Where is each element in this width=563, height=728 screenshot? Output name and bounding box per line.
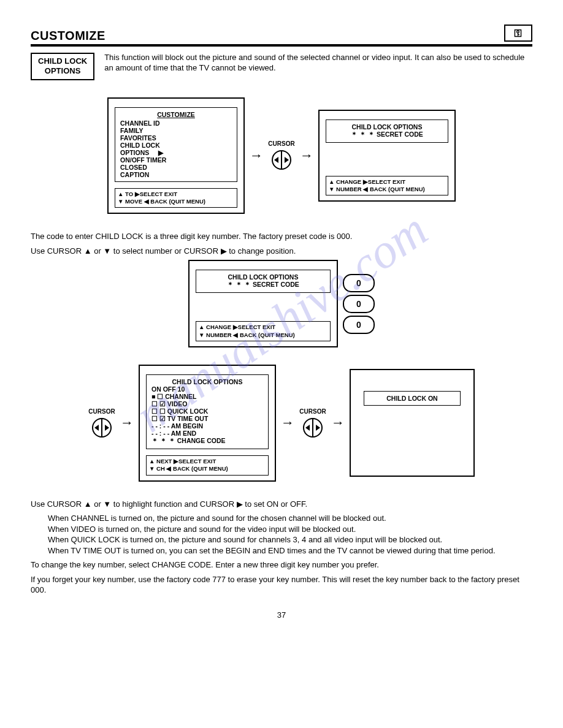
explain-line: When QUICK LOCK is turned on, the pictur… (48, 535, 442, 544)
svg-marker-7 (105, 425, 109, 431)
menu-item-selected: OPTIONS (120, 149, 149, 156)
screen-child-lock-on: CHILD LOCK ON (350, 369, 475, 477)
cursor-icon (268, 150, 295, 170)
footer-l2: ▼ NUMBER ◀ BACK (QUIT MENU) (329, 186, 425, 192)
cursor-button: CURSOR (299, 408, 326, 438)
page-number: 37 (31, 610, 532, 620)
footer-bar: ▲ NEXT ▶SELECT EXIT ▼ CH ◀ BACK (QUIT ME… (146, 455, 269, 476)
intro-text: This function will block out the picture… (104, 53, 532, 74)
screen-options-list: CHILD LOCK OPTIONS ON OFF 10 ■ ☐ CHANNEL… (139, 365, 276, 482)
cursor-icon (88, 417, 115, 438)
menu-item: CLOSED (120, 164, 147, 171)
option-row: ☐ ☐ QUICK LOCK (151, 408, 208, 415)
option-row: - - : - - AM BEGIN (151, 422, 203, 430)
arrow-icon: → (120, 415, 134, 431)
menu-item: ON/OFF TIMER (120, 156, 166, 164)
code-digit: 0 (343, 295, 375, 313)
svg-marker-2 (274, 157, 278, 163)
options-header: ON OFF 10 (151, 385, 185, 393)
box-subtitle: ＊ ＊ ＊ SECRET CODE (227, 281, 299, 288)
lock-on-box: CHILD LOCK ON (364, 391, 461, 406)
svg-marker-6 (94, 425, 99, 431)
cursor-label: CURSOR (299, 408, 326, 415)
para-forget: If you forget your key number, use the f… (31, 574, 532, 596)
option-row: - - : - - AM END (151, 430, 196, 437)
menu-item-selected: CHILD LOCK (120, 142, 160, 149)
options-box: CHILD LOCK OPTIONS ON OFF 10 ■ ☐ CHANNEL… (146, 374, 269, 449)
footer-bar: ▲ CHANGE ▶SELECT EXIT ▼ NUMBER ◀ BACK (Q… (196, 321, 331, 341)
menu-item: FAVORITES (120, 134, 156, 142)
customize-menu: CUSTOMIZE CHANNEL ID FAMILY FAVORITES CH… (115, 107, 237, 182)
cursor-button: CURSOR (88, 408, 115, 438)
code-digits: 0 0 0 (343, 274, 375, 334)
menu-item: CHANNEL ID (120, 119, 160, 127)
menu-item: CAPTION (120, 171, 149, 178)
footer-l1: ▲ CHANGE ▶SELECT EXIT (329, 178, 405, 185)
cursor-button: CURSOR (268, 140, 295, 170)
menu-item: FAMILY (120, 127, 144, 134)
arrow-icon: → (331, 415, 345, 431)
footer-l2: ▼ CH ◀ BACK (QUIT MENU) (149, 465, 228, 472)
box-title: CHILD LOCK ON (386, 395, 437, 402)
footer-bar: ▲ TO ▶SELECT EXIT ▼ MOVE ◀ BACK (QUIT ME… (115, 188, 237, 208)
section-label-l1: CHILD LOCK (38, 56, 87, 66)
section-label-l2: OPTIONS (45, 66, 81, 75)
arrow-icon: → (300, 148, 313, 164)
key-icon: ⚿ (504, 25, 532, 42)
svg-marker-10 (305, 425, 310, 431)
para-code: The code to enter CHILD LOCK is a three … (31, 231, 532, 242)
box-title: CHILD LOCK OPTIONS (172, 378, 243, 385)
arrow-icon: → (250, 148, 263, 164)
box-title: CHILD LOCK OPTIONS (352, 123, 423, 131)
box-title: CHILD LOCK OPTIONS (228, 273, 299, 281)
section-label: CHILD LOCK OPTIONS (31, 53, 94, 80)
secret-code-box: CHILD LOCK OPTIONS ＊ ＊ ＊ SECRET CODE (326, 119, 448, 143)
code-digit: 0 (343, 274, 375, 292)
footer-l1: ▲ NEXT ▶SELECT EXIT (149, 458, 216, 464)
box-subtitle: ＊ ＊ ＊ SECRET CODE (351, 131, 423, 138)
screen-customize: CUSTOMIZE CHANNEL ID FAMILY FAVORITES CH… (107, 97, 245, 214)
footer-l1: ▲ CHANGE ▶SELECT EXIT (199, 324, 275, 330)
secret-code-box: CHILD LOCK OPTIONS ＊ ＊ ＊ SECRET CODE (196, 270, 331, 293)
explain-line: When CHANNEL is turned on, the picture a… (48, 514, 386, 523)
svg-marker-11 (316, 425, 320, 431)
footer-l2: ▼ MOVE ◀ BACK (QUIT MENU) (118, 198, 205, 205)
option-row: ＊ ＊ ＊ CHANGE CODE (151, 437, 226, 444)
divider (31, 44, 532, 47)
screen-secret-code-entry: CHILD LOCK OPTIONS ＊ ＊ ＊ SECRET CODE ▲ C… (188, 260, 338, 347)
footer-bar: ▲ CHANGE ▶SELECT EXIT ▼ NUMBER ◀ BACK (Q… (326, 176, 448, 196)
cursor-icon (299, 417, 326, 438)
cursor-label: CURSOR (268, 140, 294, 147)
menu-title: CUSTOMIZE (120, 111, 232, 118)
option-row: ☐ ☑ VIDEO (151, 400, 188, 408)
explain-line: When VIDEO is turned on, the picture and… (48, 525, 356, 534)
svg-marker-3 (285, 157, 289, 163)
para-use: Use CURSOR ▲ or ▼ to highlight function … (31, 499, 532, 510)
para-code2: Use CURSOR ▲ or ▼ to select number or CU… (31, 246, 532, 257)
option-row: ■ ☐ CHANNEL (151, 393, 197, 400)
para-change: To change the key number, select CHANGE … (31, 559, 532, 571)
cursor-label: CURSOR (88, 408, 115, 415)
screen-secret-code: CHILD LOCK OPTIONS ＊ ＊ ＊ SECRET CODE ▲ C… (318, 110, 456, 202)
footer-l2: ▼ NUMBER ◀ BACK (QUIT MENU) (199, 332, 295, 338)
page-title: CUSTOMIZE (31, 29, 105, 43)
option-row: ☐ ☑ TV TIME OUT (151, 415, 208, 422)
explain-line: When TV TIME OUT is turned on, you can s… (48, 546, 496, 555)
explain-block: When CHANNEL is turned on, the picture a… (48, 513, 532, 556)
footer-l1: ▲ TO ▶SELECT EXIT (118, 191, 177, 197)
arrow-icon: → (281, 415, 294, 431)
code-digit: 0 (343, 316, 375, 334)
